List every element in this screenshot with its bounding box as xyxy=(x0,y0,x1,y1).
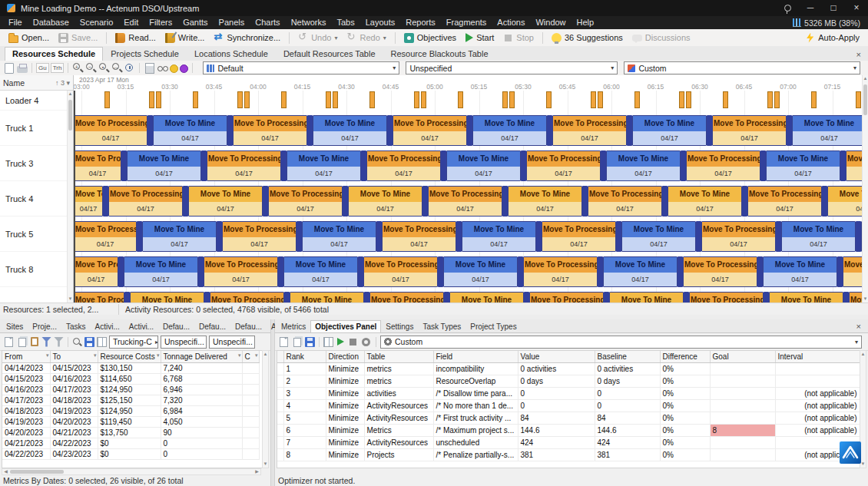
activity-separator-bar[interactable] xyxy=(518,256,523,287)
activity-separator-bar[interactable] xyxy=(787,115,792,146)
paste-icon[interactable] xyxy=(31,337,38,346)
column-header-resource-costs[interactable]: Resource Costs▾ xyxy=(98,351,161,363)
activity-bar-move-to-mine[interactable]: Move To Mine04/17 xyxy=(632,115,707,146)
read-button[interactable]: Read... xyxy=(111,31,159,45)
menu-networks[interactable]: Networks xyxy=(286,18,332,27)
scroll-down-icon[interactable]: ▼ xyxy=(860,461,866,468)
activity-bar-move-to-processing[interactable]: Move To Processing04/17 xyxy=(74,221,137,252)
metrics-table-row[interactable]: 04/14/202304/15/2023$130,1507,240 xyxy=(2,363,259,374)
mini-button-gu[interactable]: Gu xyxy=(36,63,49,73)
pin-icon[interactable] xyxy=(776,0,799,16)
activity-bar-move-to-mine[interactable]: Move To Mine04/17 xyxy=(142,221,217,252)
activity-bar-move-to-mine[interactable]: Move To Mine04/17 xyxy=(153,115,227,146)
resource-row-truck-3[interactable]: Truck 3 xyxy=(0,146,67,181)
activity-bar-move-to-mine[interactable]: Move To Mine04/17 xyxy=(827,186,862,217)
activity-separator-bar[interactable] xyxy=(627,115,632,146)
activity-bar-move-to-processing[interactable]: Move To Processing04/17 xyxy=(523,256,598,287)
activity-separator-bar[interactable] xyxy=(422,186,428,217)
copy-icon[interactable] xyxy=(18,338,26,347)
scrollbar-thumb[interactable] xyxy=(68,100,72,131)
activity-separator-bar[interactable] xyxy=(837,256,843,287)
clock-icon[interactable] xyxy=(124,63,135,74)
print-icon[interactable] xyxy=(17,66,28,73)
small-activity-bar[interactable] xyxy=(193,91,198,108)
activity-separator-bar[interactable] xyxy=(707,115,712,146)
36-suggestions-button[interactable]: 36 Suggestions xyxy=(548,31,627,45)
tab-sites[interactable]: Sites xyxy=(2,320,28,332)
gantt-view-combobox[interactable]: Default ▾ xyxy=(203,61,399,74)
activity-separator-bar[interactable] xyxy=(121,150,127,181)
activity-separator-bar[interactable] xyxy=(822,186,827,217)
menu-layouts[interactable]: Layouts xyxy=(360,18,401,27)
synchronize-button[interactable]: Synchronize... xyxy=(210,31,284,45)
metrics-table-row[interactable]: 04/21/202304/22/2023$00 xyxy=(2,438,259,449)
save-icon[interactable] xyxy=(84,337,94,347)
tab-metrics[interactable]: Metrics xyxy=(277,320,310,332)
small-activity-bar[interactable] xyxy=(509,91,515,108)
tab-settings[interactable]: Settings xyxy=(381,320,418,332)
resource-row-truck-4[interactable]: Truck 4 xyxy=(0,181,67,217)
activity-bar-move-to-processing[interactable]: Move To Processing04/17 xyxy=(222,221,297,252)
tab-activi[interactable]: Activi... xyxy=(124,320,158,332)
small-activity-bar[interactable] xyxy=(369,91,375,108)
activity-bar-move-to-mine[interactable]: Move To Mine04/17 xyxy=(130,292,204,303)
activity-bar-move-to-mine[interactable]: Move To Mine04/17 xyxy=(472,115,547,146)
activity-bar-move-to-processing[interactable]: Move To Processing04/17 xyxy=(74,115,147,146)
activity-bar-move-to-mine[interactable]: Move To Mine04/17 xyxy=(188,186,263,217)
activity-bar-move-to-mine[interactable]: Move To Mine04/17 xyxy=(449,292,524,303)
activity-separator-bar[interactable] xyxy=(376,221,382,252)
filter-arrow-icon[interactable]: ▾ xyxy=(255,352,258,359)
scroll-up-icon[interactable]: ▲ xyxy=(863,75,868,82)
tab-default-resources-table[interactable]: Default Resources Table xyxy=(276,47,383,61)
objective-row[interactable]: 3Minimizeactivities/* Disallow time para… xyxy=(277,388,860,400)
column-header-from[interactable]: From▾ xyxy=(2,351,50,363)
scrollbar-thumb[interactable] xyxy=(10,470,64,474)
tab-defau[interactable]: Defau... xyxy=(194,320,230,332)
status-yellow-icon[interactable] xyxy=(170,64,178,73)
name-list-scrollbar[interactable]: ▲ ▼ xyxy=(67,91,73,303)
activity-bar-move-to-processing[interactable]: Move To Processing04/17 xyxy=(74,150,121,181)
small-activity-bar[interactable] xyxy=(244,91,250,108)
menu-fragments[interactable]: Fragments xyxy=(441,18,492,27)
save-icon[interactable] xyxy=(305,337,315,347)
small-activity-bar[interactable] xyxy=(502,91,508,108)
activity-separator-bar[interactable] xyxy=(681,150,686,181)
write-button[interactable]: Write... xyxy=(161,31,209,45)
activity-separator-bar[interactable] xyxy=(297,221,302,252)
calculator-icon[interactable] xyxy=(145,63,154,74)
activity-bar-move-to-mine[interactable]: Move To Mine04/17 xyxy=(609,292,684,303)
metrics-table-row[interactable]: 04/15/202304/16/2023$114,6506,768 xyxy=(2,374,259,385)
activity-bar-move-to-processing[interactable]: Move To Processing04/17 xyxy=(366,150,441,181)
scroll-down-icon[interactable]: ▼ xyxy=(68,296,73,303)
close-panel-icon[interactable]: × xyxy=(854,320,863,332)
activity-separator-bar[interactable] xyxy=(343,186,348,217)
scrollbar-thumb[interactable] xyxy=(863,84,867,115)
activity-bar-move-to-mine[interactable]: Move To Mine04/17 xyxy=(313,115,387,146)
activity-separator-bar[interactable] xyxy=(742,186,747,217)
activity-separator-bar[interactable] xyxy=(521,150,526,181)
status-purple-icon[interactable] xyxy=(180,64,188,73)
tab-defau[interactable]: Defau... xyxy=(230,320,267,332)
metrics-table-hscrollbar[interactable]: ◀ ▶ xyxy=(2,468,261,475)
close-button[interactable]: × xyxy=(845,0,868,16)
find-icon[interactable] xyxy=(72,337,82,347)
menu-charts[interactable]: Charts xyxy=(250,18,285,27)
activity-separator-bar[interactable] xyxy=(201,150,207,181)
activity-bar-move-to-processing[interactable]: Move To Processing04/17 xyxy=(701,221,776,252)
column-header-baseline[interactable]: Baseline xyxy=(595,351,660,363)
auto-apply-button[interactable]: Auto-Apply xyxy=(801,31,863,45)
tab-tasks[interactable]: Tasks xyxy=(61,320,91,332)
metrics-table-row[interactable]: 04/18/202304/19/2023$124,9506,984 xyxy=(2,406,259,417)
objective-row[interactable]: 2MinimizemetricsResourceOverlap0 days0 d… xyxy=(277,375,860,388)
activity-bar-move-to-processing[interactable]: Move To Processing04/17 xyxy=(747,186,822,217)
menu-actions[interactable]: Actions xyxy=(492,18,530,27)
activity-separator-bar[interactable] xyxy=(183,186,188,217)
scroll-right-icon[interactable]: ▶ xyxy=(253,469,260,474)
scroll-up-icon[interactable]: ▲ xyxy=(68,91,73,98)
activity-separator-bar[interactable] xyxy=(307,115,313,146)
activity-separator-bar[interactable] xyxy=(696,221,701,252)
close-tab-strip-icon[interactable]: × xyxy=(854,48,863,61)
tab-defau[interactable]: Defau... xyxy=(158,320,194,332)
activity-separator-bar[interactable] xyxy=(502,186,508,217)
dropdown-arrow-icon[interactable]: ▾ xyxy=(334,35,337,41)
